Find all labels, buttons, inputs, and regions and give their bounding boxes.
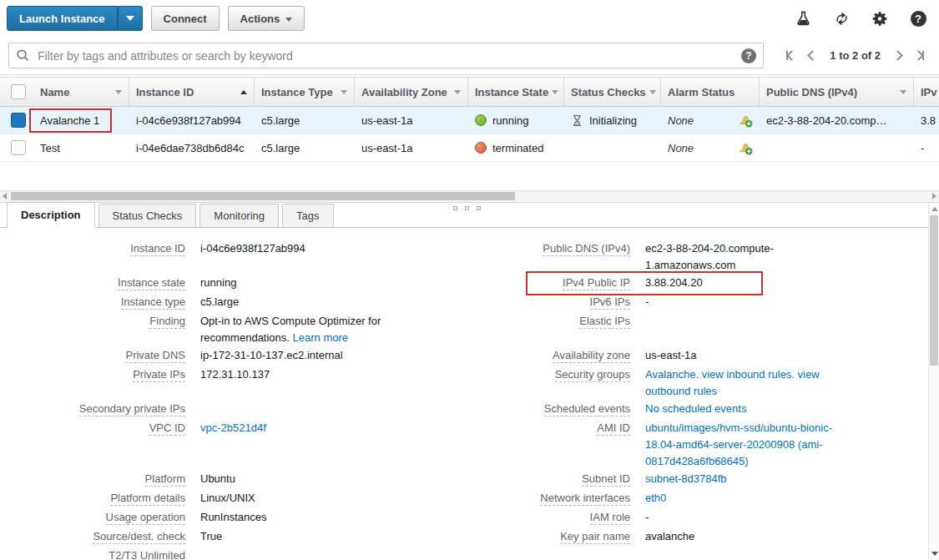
filter-bar: ? 1 to 2 of 2: [0, 37, 939, 75]
column-header-az[interactable]: Availability Zone: [355, 78, 468, 106]
column-header-dns[interactable]: Public DNS (IPv4): [760, 78, 914, 106]
column-header-state[interactable]: Instance State: [468, 78, 564, 106]
description-row: Instance IDi-04c6e938f127ab994Public DNS…: [0, 240, 928, 274]
description-value[interactable]: ubuntu/images/hvm-ssd/ubuntu-bionic-18.0…: [630, 419, 841, 470]
sort-dropdown-icon: [454, 90, 461, 94]
filter-help-icon[interactable]: ?: [741, 48, 756, 63]
description-value[interactable]: eth0: [630, 489, 841, 507]
tab-status-checks[interactable]: Status Checks: [98, 204, 197, 227]
availability-zone-cell: us-east-1a: [355, 142, 468, 154]
description-label: Key pair name: [560, 530, 630, 544]
column-header-name[interactable]: Name: [33, 78, 129, 106]
state-dot-icon: [475, 114, 487, 126]
horizontal-scrollbar-thumb[interactable]: [11, 192, 515, 200]
vertical-scrollbar-thumb[interactable]: [930, 215, 938, 366]
description-row: T2/T3 Unlimited: [0, 547, 928, 560]
alarm-status-label: None: [668, 114, 694, 127]
row-checkbox[interactable]: [11, 113, 26, 128]
create-alarm-icon[interactable]: [738, 140, 753, 155]
description-label: Elastic IPs: [579, 315, 630, 329]
description-label-cell: Instance type: [0, 293, 185, 310]
description-value: True: [185, 527, 402, 545]
filter-input[interactable]: [36, 48, 741, 63]
question-mark-glyph: ?: [911, 11, 926, 27]
help-icon[interactable]: ?: [909, 9, 927, 28]
last-page-button[interactable]: [915, 51, 924, 60]
description-value[interactable]: vpc-2b521d4f: [185, 419, 402, 436]
description-row: VPC IDvpc-2b521d4fAMI IDubuntu/images/hv…: [0, 419, 928, 470]
connect-button[interactable]: Connect: [151, 6, 220, 31]
description-row: Private DNSip-172-31-10-137.ec2.internal…: [0, 346, 928, 366]
tab-tags[interactable]: Tags: [282, 204, 333, 227]
row-checkbox-cell: [0, 140, 33, 155]
beaker-icon[interactable]: [794, 9, 812, 28]
column-header-ip[interactable]: IPv: [914, 78, 939, 106]
alarm-status-cell: None: [661, 140, 760, 155]
refresh-icon[interactable]: [832, 9, 851, 28]
column-header-label: Public DNS (IPv4): [766, 86, 857, 98]
instance-state-cell: terminated: [468, 142, 564, 154]
description-label: VPC ID: [149, 421, 185, 436]
column-header-type[interactable]: Instance Type: [255, 78, 355, 106]
description-label-cell: Private IPs: [0, 366, 185, 383]
state-label: running: [492, 114, 528, 127]
name-cell: Avalanche 1: [33, 114, 129, 127]
table-row[interactable]: Testi-04e6dae738db6d84cc5.largeus-east-1…: [0, 134, 939, 162]
instances-table: NameInstance IDInstance TypeAvailability…: [0, 77, 939, 162]
description-row: Source/dest. checkTrueKey pair nameavala…: [0, 527, 928, 547]
filter-searchbox[interactable]: ?: [8, 43, 764, 68]
description-row: Platform detailsLinux/UNIXNetwork interf…: [0, 489, 928, 508]
scroll-right-icon[interactable]: [932, 193, 936, 199]
description-value[interactable]: No scheduled events: [630, 400, 841, 417]
description-row: PlatformUbuntuSubnet IDsubnet-8d3784fb: [0, 470, 928, 489]
description-label-cell: Platform details: [0, 489, 185, 507]
next-page-button[interactable]: [894, 52, 901, 59]
description-value: [185, 547, 402, 547]
sort-dropdown-icon: [341, 90, 347, 94]
description-label-cell: Availability zone: [402, 346, 630, 364]
description-label: Instance type: [121, 295, 185, 310]
launch-instance-dropdown-button[interactable]: [118, 6, 143, 31]
scroll-up-icon[interactable]: [931, 207, 938, 211]
previous-page-button[interactable]: [809, 52, 816, 59]
column-header-label: Instance State: [475, 86, 548, 98]
learn-more-link[interactable]: Learn more: [293, 331, 348, 344]
description-label: Network interfaces: [540, 492, 630, 506]
column-header-label: Instance ID: [136, 86, 194, 98]
column-header-label: Name: [40, 86, 69, 98]
select-all-checkbox[interactable]: [11, 84, 26, 99]
row-checkbox[interactable]: [11, 140, 26, 155]
tab-monitoring[interactable]: Monitoring: [199, 204, 279, 227]
column-header-id[interactable]: Instance ID: [129, 78, 255, 106]
description-row: Usage operationRunInstancesIAM role-: [0, 508, 928, 527]
create-alarm-icon[interactable]: [738, 113, 753, 128]
launch-instance-button[interactable]: Launch Instance: [7, 6, 118, 31]
column-header-status[interactable]: Status Checks: [564, 78, 661, 106]
tab-description[interactable]: Description: [7, 202, 95, 228]
scroll-down-icon[interactable]: [931, 552, 938, 556]
description-label-cell: Scheduled events: [402, 400, 630, 417]
select-all-cell: [0, 84, 33, 99]
description-value[interactable]: Avalanche. view inbound rules. view outb…: [630, 366, 841, 400]
actions-button[interactable]: Actions: [228, 6, 305, 31]
table-row[interactable]: Avalanche 1i-04c6e938f127ab994c5.largeus…: [0, 107, 939, 134]
description-label-cell: Source/dest. check: [0, 527, 185, 545]
description-value[interactable]: subnet-8d3784fb: [630, 470, 841, 487]
first-page-button[interactable]: [786, 51, 795, 60]
description-value: us-east-1a: [630, 346, 841, 364]
pagination-label: 1 to 2 of 2: [830, 49, 881, 62]
gear-icon[interactable]: [871, 9, 889, 28]
description-label: Secondary private IPs: [79, 402, 185, 416]
column-header-alarm[interactable]: Alarm Status: [661, 78, 760, 106]
scroll-left-icon[interactable]: [3, 193, 7, 199]
sort-dropdown-icon: [649, 90, 656, 94]
horizontal-scrollbar[interactable]: [0, 190, 939, 203]
availability-zone-cell: us-east-1a: [355, 114, 468, 127]
table-header-row: NameInstance IDInstance TypeAvailability…: [0, 77, 939, 107]
instance-state-cell: running: [468, 114, 564, 127]
vertical-scrollbar[interactable]: [928, 204, 939, 560]
description-label-cell: IAM role: [402, 508, 630, 526]
description-row: Private IPs172.31.10.137Security groupsA…: [0, 366, 928, 400]
status-checks-cell: Initializing: [564, 114, 661, 127]
sort-dropdown-icon: [900, 90, 906, 94]
